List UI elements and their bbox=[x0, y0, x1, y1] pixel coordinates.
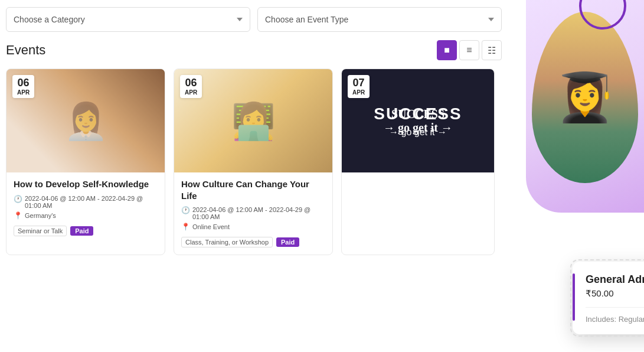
card-datetime-1: 🕐 2022-04-06 @ 12:00 AM - 2022-04-29 @ 0… bbox=[14, 195, 158, 209]
card-datetime-2: 🕐 2022-04-06 @ 12:00 AM - 2022-04-29 @ 0… bbox=[181, 206, 325, 220]
card-body-1: How to Develop Self-Knowledge 🕐 2022-04-… bbox=[6, 172, 165, 243]
event-tag-2: Class, Training, or Workshop bbox=[181, 237, 273, 247]
date-day-3: 07 bbox=[352, 77, 365, 89]
clock-icon-1: 🕐 bbox=[14, 195, 22, 203]
paid-badge-1: Paid bbox=[70, 226, 93, 236]
paid-badge-2: Paid bbox=[276, 237, 299, 247]
card-location-1: 📍 Germany's bbox=[14, 211, 158, 220]
card-title-1: How to Develop Self-Knowledge bbox=[14, 178, 158, 190]
list-icon: ≡ bbox=[466, 45, 472, 56]
pin-icon-1: 📍 bbox=[14, 211, 22, 220]
cards-row: 06 APR How to Develop Self-Knowledge 🕐 2… bbox=[6, 69, 502, 255]
event-card-3[interactable]: 07 APR SUCCESS → go get it → bbox=[341, 69, 495, 255]
event-tag-1: Seminar or Talk bbox=[14, 226, 67, 236]
list-view-button[interactable]: ≡ bbox=[459, 40, 479, 60]
clock-icon-2: 🕐 bbox=[181, 206, 190, 214]
card-image-3: 07 APR SUCCESS → go get it → bbox=[342, 69, 494, 172]
card-title-2: How Culture Can Change Your Life bbox=[181, 178, 325, 201]
event-card-2[interactable]: 06 APR How Culture Can Change Your Life … bbox=[174, 69, 333, 255]
popup-card: General Admission ₹50.00 0 1 2 3 ▼ Inclu… bbox=[573, 262, 644, 334]
pin-icon-2: 📍 bbox=[181, 223, 190, 231]
chalk-text: SUCCESS → go get it → bbox=[374, 105, 462, 138]
main-container: Choose a Category Choose an Event Type E… bbox=[0, 0, 644, 352]
date-day-2: 06 bbox=[185, 77, 197, 89]
filters-row: Choose a Category Choose an Event Type bbox=[6, 7, 502, 32]
events-title: Events bbox=[6, 43, 45, 58]
popup-title: General Admission bbox=[586, 273, 644, 286]
popup-left: General Admission ₹50.00 bbox=[586, 273, 644, 299]
popup-price: ₹50.00 bbox=[586, 288, 644, 299]
card-location-2: 📍 Online Event bbox=[181, 223, 325, 231]
table-view-button[interactable]: ☷ bbox=[482, 40, 502, 60]
date-month-1: APR bbox=[17, 89, 30, 96]
events-header: Events ■ ≡ ☷ bbox=[6, 40, 502, 60]
category-dropdown[interactable]: Choose a Category bbox=[6, 7, 250, 32]
card-image-2: 06 APR bbox=[174, 69, 332, 172]
card-tags-2: Class, Training, or Workshop Paid bbox=[181, 237, 325, 247]
includes-label: Includes: bbox=[586, 315, 616, 324]
card-tags-1: Seminar or Talk Paid bbox=[14, 226, 158, 236]
card-body-2: How Culture Can Change Your Life 🕐 2022-… bbox=[174, 172, 332, 255]
date-day-1: 06 bbox=[17, 77, 30, 89]
date-month-3: APR bbox=[352, 89, 365, 96]
grid-view-button[interactable]: ■ bbox=[437, 40, 457, 60]
date-badge-2: 06 APR bbox=[180, 75, 202, 98]
table-icon: ☷ bbox=[488, 45, 496, 56]
includes-text: Regular parent-teacher meetings, bbox=[619, 315, 644, 324]
event-type-dropdown[interactable]: Choose an Event Type bbox=[257, 7, 502, 32]
date-month-2: APR bbox=[185, 89, 197, 96]
date-badge-1: 06 APR bbox=[12, 75, 34, 98]
event-card-1[interactable]: 06 APR How to Develop Self-Knowledge 🕐 2… bbox=[6, 69, 165, 255]
left-panel: Choose a Category Choose an Event Type E… bbox=[0, 0, 508, 352]
date-badge-3: 07 APR bbox=[348, 75, 370, 98]
card-image-1: 06 APR bbox=[6, 69, 165, 172]
popup-inner: General Admission ₹50.00 0 1 2 3 ▼ bbox=[586, 273, 644, 299]
popup-includes: Includes: Regular parent-teacher meeting… bbox=[586, 307, 644, 324]
grid-icon: ■ bbox=[444, 45, 450, 56]
purple-bar bbox=[573, 273, 575, 321]
view-toggles: ■ ≡ ☷ bbox=[437, 40, 502, 60]
